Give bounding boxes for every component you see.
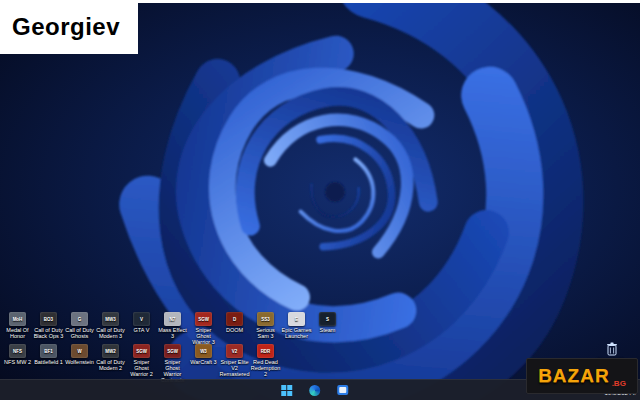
app-shortcut-icon: W — [71, 344, 88, 358]
desktop-icon-label: Call of Duty Modern 2 — [95, 359, 126, 371]
app-shortcut-icon: N7 — [164, 312, 181, 326]
desktop-icon-row-1: MoHMedal Of HonorBO3Call of Duty Black O… — [2, 312, 343, 345]
desktop-icon-row-2: NFSNFS MW 2BF1Battlefield 1WWolfensteinM… — [2, 344, 281, 383]
desktop-icon-label: NFS MW 2 — [4, 359, 31, 365]
desktop-icon[interactable]: BF1Battlefield 1 — [33, 344, 64, 383]
app-shortcut-icon: SGW — [164, 344, 181, 358]
store-icon — [337, 385, 348, 395]
desktop-icon[interactable]: RDRRed Dead Redemption 2 — [250, 344, 281, 383]
desktop-icon[interactable]: SGWSniper Ghost Warrior Contracts — [157, 344, 188, 383]
desktop-icon-label: Call of Duty Ghosts — [64, 327, 95, 339]
app-shortcut-icon: BO3 — [40, 312, 57, 326]
desktop-icon[interactable]: BO3Call of Duty Black Ops 3 — [33, 312, 64, 345]
desktop-icon-label: Sniper Ghost Warrior 3 — [188, 327, 219, 345]
app-shortcut-icon: SS3 — [257, 312, 274, 326]
app-shortcut-icon: BF1 — [40, 344, 57, 358]
desktop-icon[interactable]: V2Sniper Elite V2 Remastered — [219, 344, 250, 383]
desktop-icon[interactable]: MW3Call of Duty Modern 3 — [95, 312, 126, 345]
desktop-icon[interactable]: MoHMedal Of Honor — [2, 312, 33, 345]
start-button[interactable] — [278, 382, 294, 398]
desktop-icon-label: WarCraft 3 — [190, 359, 216, 365]
bazar-logo-text: BAZAR — [538, 365, 610, 387]
desktop-icon[interactable]: MW2Call of Duty Modern 2 — [95, 344, 126, 383]
desktop-icon[interactable]: SSteam — [312, 312, 343, 345]
app-shortcut-icon: E — [288, 312, 305, 326]
app-shortcut-icon: S — [319, 312, 336, 326]
desktop-icon-label: Mass Effect 3 — [157, 327, 188, 339]
desktop-icon[interactable]: SGWSniper Ghost Warrior 2 — [126, 344, 157, 383]
desktop-icon[interactable]: SS3Serious Sam 3 — [250, 312, 281, 345]
desktop-icon[interactable]: NFSNFS MW 2 — [2, 344, 33, 383]
desktop-icon[interactable]: N7Mass Effect 3 — [157, 312, 188, 345]
bazar-logo-suffix: .BG — [612, 379, 626, 388]
app-shortcut-icon: RDR — [257, 344, 274, 358]
edge-icon — [309, 385, 320, 396]
app-shortcut-icon: D — [226, 312, 243, 326]
desktop-icon[interactable]: GCall of Duty Ghosts — [64, 312, 95, 345]
windows-logo-icon — [281, 385, 292, 396]
app-shortcut-icon: MW2 — [102, 344, 119, 358]
desktop-icon-label: Battlefield 1 — [34, 359, 63, 365]
trash-bin-icon — [606, 342, 618, 356]
seller-name-text: Georgiev — [12, 13, 120, 41]
app-shortcut-icon: V2 — [226, 344, 243, 358]
desktop-icon-label: Call of Duty Black Ops 3 — [33, 327, 64, 339]
desktop-icon[interactable]: W3WarCraft 3 — [188, 344, 219, 383]
desktop-icon[interactable]: DDOOM — [219, 312, 250, 345]
app-shortcut-icon: SGW — [195, 312, 212, 326]
desktop-icon[interactable]: VGTA V — [126, 312, 157, 345]
store-button[interactable] — [334, 382, 350, 398]
edge-button[interactable] — [306, 382, 322, 398]
desktop-icon[interactable]: EEpic Games Launcher — [281, 312, 312, 345]
desktop-icon-label: Call of Duty Modern 3 — [95, 327, 126, 339]
desktop-icon[interactable]: SGWSniper Ghost Warrior 3 — [188, 312, 219, 345]
desktop-icon-label: GTA V — [134, 327, 150, 333]
desktop-icon-label: Medal Of Honor — [2, 327, 33, 339]
app-shortcut-icon: SGW — [133, 344, 150, 358]
desktop-icon-label: Red Dead Redemption 2 — [250, 359, 281, 377]
app-shortcut-icon: V — [133, 312, 150, 326]
desktop-icon-label: Serious Sam 3 — [250, 327, 281, 339]
desktop-icon-label: Wolfenstein — [65, 359, 94, 365]
bazar-logo-watermark: BAZAR .BG — [526, 358, 638, 394]
app-shortcut-icon: G — [71, 312, 88, 326]
desktop-icon-label: Steam — [320, 327, 336, 333]
desktop-icon-label: Epic Games Launcher — [281, 327, 312, 339]
app-shortcut-icon: MW3 — [102, 312, 119, 326]
app-shortcut-icon: NFS — [9, 344, 26, 358]
desktop-icon-label: Sniper Ghost Warrior 2 — [126, 359, 157, 377]
taskbar-center-buttons — [278, 382, 350, 398]
app-shortcut-icon: W3 — [195, 344, 212, 358]
desktop-icon-label: DOOM — [226, 327, 243, 333]
seller-name-watermark: Georgiev — [0, 0, 138, 54]
desktop-icon-label: Sniper Elite V2 Remastered — [219, 359, 250, 377]
desktop-icon[interactable]: WWolfenstein — [64, 344, 95, 383]
app-shortcut-icon: MoH — [9, 312, 26, 326]
